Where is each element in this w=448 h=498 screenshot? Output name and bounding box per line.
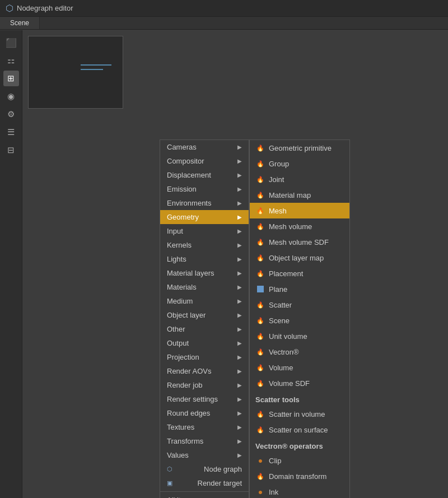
submenu-arrow: ▶ [237,382,242,388]
menu-item-input[interactable]: Input ▶ [160,224,249,238]
sidebar-icon-node[interactable]: ⊞ [3,71,19,86]
sidebar-icon-grid[interactable]: ⚏ [3,53,19,68]
canvas-area: Cameras ▶ Compositor ▶ Displacement ▶ Em… [22,30,448,498]
plane-icon [255,284,265,294]
tab-bar: Scene [0,17,448,30]
submenu-item-volume[interactable]: 🔥 Volume [250,360,349,375]
menu-item-kernels[interactable]: Kernels ▶ [160,238,249,252]
submenu-arrow: ▶ [237,228,242,234]
submenu-arrow: ▶ [237,242,242,248]
separator-1 [160,491,249,492]
submenu-arrow: ▶ [237,186,242,192]
submenu-arrow: ▶ [237,326,242,332]
menu-item-medium[interactable]: Medium ▶ [160,294,249,308]
submenu-item-scatter-in-volume[interactable]: 🔥 Scatter in volume [250,406,349,422]
fire-icon: 🔥 [255,268,265,278]
menu-item-values[interactable]: Values ▶ [160,448,249,462]
submenu-item-domain-transform[interactable]: 🔥 Domain transform [250,468,349,484]
submenu-arrow: ▶ [237,200,242,206]
menu-item-render-target[interactable]: ▣ Render target [160,476,249,490]
menu-item-cameras[interactable]: Cameras ▶ [160,140,249,154]
submenu-arrow: ▶ [237,158,242,164]
submenu-arrow: ▶ [237,438,242,444]
section-scatter-tools: Scatter tools [250,391,349,406]
fire-icon: 🔥 [255,362,265,373]
submenu-item-mesh-volume-sdf[interactable]: 🔥 Mesh volume SDF [250,234,349,250]
tab-scene[interactable]: Scene [0,17,40,29]
submenu-item-scene[interactable]: 🔥 Scene [250,313,349,328]
menu-item-transforms[interactable]: Transforms ▶ [160,434,249,448]
menu-item-render-settings[interactable]: Render settings ▶ [160,392,249,406]
menu-item-emission[interactable]: Emission ▶ [160,182,249,196]
sidebar-icon-gear[interactable]: ⚙ [3,106,19,122]
submenu-item-ink[interactable]: ● Ink [250,484,349,498]
fire-icon: 🔥 [255,300,265,310]
submenu-arrow: ▶ [237,256,242,262]
submenu-item-mesh[interactable]: 🔥 Mesh [250,203,349,218]
menu-item-lights[interactable]: Lights ▶ [160,252,249,266]
menu-item-round-edges[interactable]: Round edges ▶ [160,406,249,420]
submenu-arrow: ▶ [237,144,242,150]
fire-icon: 🔥 [255,471,265,481]
fire-icon: 🔥 [255,206,265,216]
submenu-arrow: ▶ [237,424,242,430]
menu-item-material-layers[interactable]: Material layers ▶ [160,266,249,280]
fire-icon: 🔥 [255,253,265,263]
sidebar-icon-grid2[interactable]: ⊟ [3,142,19,158]
circle-icon: ● [255,455,265,466]
submenu-item-clip[interactable]: ● Clip [250,453,349,468]
submenu-item-scatter-on-surface[interactable]: 🔥 Scatter on surface [250,422,349,438]
sidebar: ⬛ ⚏ ⊞ ◉ ⚙ ☰ ⊟ [0,30,22,498]
fire-icon: 🔥 [255,425,265,435]
submenu-item-unit-volume[interactable]: 🔥 Unit volume [250,328,349,344]
main-menu-column: Cameras ▶ Compositor ▶ Displacement ▶ Em… [160,139,249,498]
fire-icon: 🔥 [255,221,265,231]
sidebar-icon-scene[interactable]: ⬛ [3,35,19,50]
menu-item-object-layer[interactable]: Object layer ▶ [160,308,249,322]
submenu-arrow: ▶ [237,214,242,220]
menu-item-other[interactable]: Other ▶ [160,322,249,336]
sidebar-icon-list[interactable]: ☰ [3,124,19,140]
menu-item-node-graph[interactable]: ⬡ Node graph [160,462,249,476]
submenu-item-material-map[interactable]: 🔥 Material map [250,187,349,203]
submenu-item-object-layer-map[interactable]: 🔥 Object layer map [250,250,349,266]
submenu-arrow: ▶ [237,270,242,276]
submenu-item-vectron[interactable]: 🔥 Vectron® [250,344,349,360]
app-icon: ⬡ [6,3,13,13]
fire-icon: 🔥 [255,378,265,388]
menu-item-render-job[interactable]: Render job ▶ [160,378,249,392]
submenu-item-geometric-primitive[interactable]: 🔥 Geometric primitive [250,140,349,156]
submenu-arrow: ▶ [237,172,242,178]
menu-item-textures[interactable]: Textures ▶ [160,420,249,434]
menu-item-materials[interactable]: Materials ▶ [160,280,249,294]
node-graph-icon: ⬡ [167,466,172,473]
menu-item-render-aovs[interactable]: Render AOVs ▶ [160,364,249,378]
submenu-item-placement[interactable]: 🔥 Placement [250,266,349,281]
render-target-icon: ▣ [167,480,172,487]
fire-icon: 🔥 [255,347,265,357]
fire-icon: 🔥 [255,237,265,247]
menu-item-environments[interactable]: Environments ▶ [160,196,249,210]
title-bar: ⬡ Nodegraph editor [0,0,448,17]
menu-item-displacement[interactable]: Displacement ▶ [160,168,249,182]
submenu-item-joint[interactable]: 🔥 Joint [250,171,349,187]
fire-icon: 🔥 [255,143,265,153]
submenu-arrow: ▶ [237,298,242,304]
menu-item-output[interactable]: Output ▶ [160,336,249,350]
geometry-submenu: 🔥 Geometric primitive 🔥 Group 🔥 Joint 🔥 … [249,139,350,498]
submenu-item-volume-sdf[interactable]: 🔥 Volume SDF [250,375,349,391]
submenu-item-mesh-volume[interactable]: 🔥 Mesh volume [250,218,349,234]
menu-item-projection[interactable]: Projection ▶ [160,350,249,364]
menu-item-compositor[interactable]: Compositor ▶ [160,154,249,168]
submenu-arrow: ▶ [237,284,242,290]
submenu-arrow: ▶ [237,452,242,458]
menu-item-all-items[interactable]: All items ▶ [160,493,249,498]
submenu-item-scatter[interactable]: 🔥 Scatter [250,297,349,313]
submenu-item-group[interactable]: 🔥 Group [250,156,349,171]
sidebar-icon-sphere[interactable]: ◉ [3,89,19,104]
circle-icon: ● [255,487,265,497]
menu-item-geometry[interactable]: Geometry ▶ [160,210,249,224]
fire-icon: 🔥 [255,315,265,325]
submenu-item-plane[interactable]: Plane [250,281,349,297]
preview-box [28,36,123,109]
